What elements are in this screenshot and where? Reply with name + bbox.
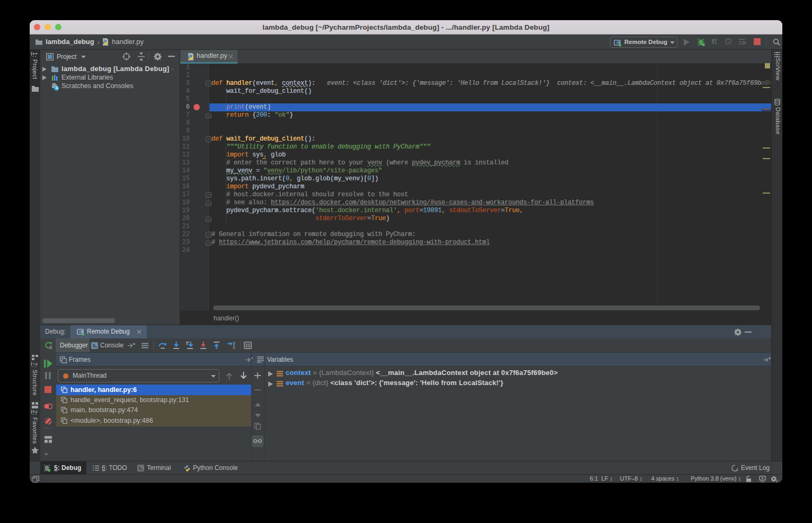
svg-text:?: ? — [775, 479, 778, 483]
